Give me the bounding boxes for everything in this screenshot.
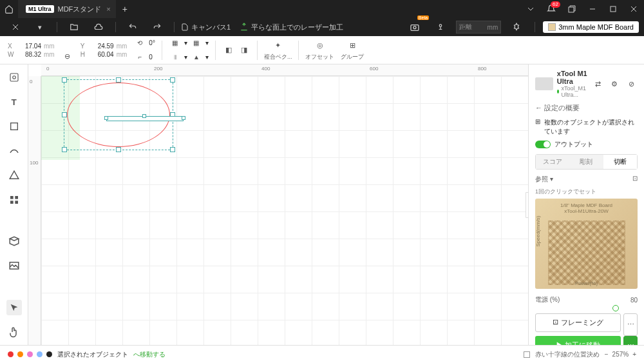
device-badge: M1 Ultra: [26, 5, 54, 13]
prop-x[interactable]: 17.04: [18, 43, 41, 50]
power-value[interactable]: 80: [630, 297, 638, 304]
chevron-down-icon[interactable]: [520, 0, 541, 18]
notification-count: 62: [551, 1, 560, 8]
minimize-button[interactable]: [582, 0, 603, 18]
device-lock-icon[interactable]: ⊘: [625, 77, 638, 90]
go-process-button[interactable]: ▶ 加工に移動: [535, 336, 621, 345]
corner-radius-icon: ⌐: [133, 51, 146, 64]
crosshair-checkbox[interactable]: [524, 351, 530, 358]
swap-device-icon[interactable]: ⇄: [591, 77, 604, 90]
tab-title: MDFスタンド: [58, 5, 102, 14]
ruler-horizontal: 0 200 400 600 800: [41, 64, 528, 76]
zoom-value[interactable]: 257%: [612, 351, 629, 358]
prop-y[interactable]: 24.59: [91, 43, 114, 50]
zoom-in-button[interactable]: +: [632, 351, 636, 358]
image-tool[interactable]: [6, 258, 22, 273]
chevron-down-small-icon[interactable]: ▾: [30, 18, 50, 36]
group-button[interactable]: ⊞グループ: [341, 39, 364, 61]
output-toggle[interactable]: [535, 141, 551, 148]
preset-thumbnail[interactable]: 1/8" Maple MDF Board xTool-M1Ultra-20W S…: [535, 199, 638, 289]
handle-top-right[interactable]: [170, 77, 175, 83]
align-center-icon[interactable]: ▦: [190, 37, 203, 50]
framing-more-button[interactable]: ⋯: [623, 313, 638, 336]
canvas-area[interactable]: 0 200 400 600 800 0 100: [28, 64, 528, 345]
material-tool[interactable]: [6, 233, 22, 249]
align-left-icon[interactable]: ▦: [169, 37, 182, 50]
device-settings-icon[interactable]: ⚙: [608, 77, 621, 90]
prop-rotation[interactable]: 0°: [149, 39, 155, 46]
status-move-link[interactable]: へ移動する: [133, 350, 166, 359]
svg-rect-9: [10, 123, 17, 130]
home-icon[interactable]: [0, 0, 18, 18]
camera-icon[interactable]: Beta: [404, 18, 425, 36]
compound-vector-button[interactable]: ✦複合ベク...: [264, 39, 292, 61]
add-tab-button[interactable]: +: [116, 4, 134, 14]
prop-radius[interactable]: 0: [149, 54, 153, 61]
joystick-icon[interactable]: [430, 18, 451, 36]
open-file-icon[interactable]: [64, 18, 84, 36]
prop-h[interactable]: 60.04: [91, 51, 114, 58]
distance-input[interactable]: 距離 mm: [456, 21, 501, 34]
undo-button[interactable]: [122, 18, 143, 36]
apps-tool[interactable]: [6, 192, 22, 208]
inner-handle-left[interactable]: [104, 116, 108, 120]
processing-mode[interactable]: 平らな面上でのレーザー加工: [240, 23, 343, 32]
handle-top-left[interactable]: [62, 77, 67, 83]
tab-score[interactable]: スコア: [536, 155, 569, 169]
send-back-icon[interactable]: ◨: [238, 44, 251, 57]
svg-rect-13: [15, 201, 18, 204]
close-tab-icon[interactable]: ×: [106, 5, 110, 13]
layer-colors[interactable]: [8, 351, 52, 357]
back-to-settings[interactable]: ← 設定の概要: [535, 103, 638, 113]
close-window-button[interactable]: [623, 0, 644, 18]
handle-bot-left[interactable]: [62, 147, 67, 152]
bring-front-icon[interactable]: ◧: [222, 44, 235, 57]
pointer-tool[interactable]: [6, 300, 22, 315]
svg-rect-2: [611, 6, 616, 12]
text-tool[interactable]: T: [6, 94, 22, 110]
device-thumbnail: [535, 77, 553, 90]
go-more-button[interactable]: ⋯: [623, 336, 638, 345]
inner-handle-right[interactable]: [182, 116, 185, 120]
panel-collapse-handle[interactable]: ›: [526, 192, 528, 218]
framing-button[interactable]: ⊡ フレーミング: [535, 313, 621, 332]
selection-box[interactable]: [64, 79, 173, 150]
rectangle-tool[interactable]: [6, 119, 22, 134]
settings-icon[interactable]: [506, 18, 527, 36]
power-label: 電源 (%): [535, 295, 560, 304]
svg-point-7: [12, 76, 15, 79]
tab-cut[interactable]: 切断: [603, 155, 637, 169]
maximize-button[interactable]: [603, 0, 623, 18]
handle-mid-left[interactable]: [62, 112, 67, 117]
vector-tool[interactable]: [6, 143, 22, 159]
distribute-h-icon[interactable]: ⫴: [169, 51, 182, 64]
tab-engrave[interactable]: 彫刻: [569, 155, 603, 169]
zoom-out-button[interactable]: −: [605, 351, 609, 358]
multi-select-icon: ⊞: [535, 118, 540, 136]
canvas-selector[interactable]: キャンバス1: [181, 23, 231, 32]
reference-dropdown[interactable]: 参照 ▾ ⊡: [535, 175, 638, 184]
handle-bot-mid[interactable]: [116, 147, 121, 152]
hand-tool[interactable]: [6, 324, 22, 340]
svg-rect-6: [10, 74, 18, 81]
shape-tool[interactable]: [6, 168, 22, 183]
close-canvas-button[interactable]: [5, 18, 26, 36]
redo-button[interactable]: [147, 18, 167, 36]
handle-top-mid[interactable]: [116, 77, 121, 83]
select-tool[interactable]: [6, 70, 22, 85]
prop-w[interactable]: 88.32: [18, 51, 41, 58]
svg-text:T: T: [11, 97, 17, 107]
offset-button[interactable]: ◎オフセット: [305, 39, 334, 61]
lock-aspect-icon[interactable]: ⊖: [61, 50, 74, 63]
windows-icon[interactable]: [562, 0, 582, 18]
flip-icon[interactable]: ▲: [190, 51, 203, 64]
svg-rect-12: [10, 201, 14, 204]
material-chip[interactable]: 3mm Maple MDF Board: [543, 21, 639, 33]
document-tab[interactable]: M1 Ultra MDFスタンド ×: [18, 0, 116, 18]
notifications-icon[interactable]: 62: [541, 0, 562, 18]
rectangle-shape[interactable]: [106, 116, 184, 121]
cloud-icon[interactable]: [88, 18, 109, 36]
ruler-vertical: 0 100: [28, 76, 41, 345]
handle-bot-right[interactable]: [170, 147, 175, 152]
inner-handle-mid[interactable]: [142, 114, 146, 118]
